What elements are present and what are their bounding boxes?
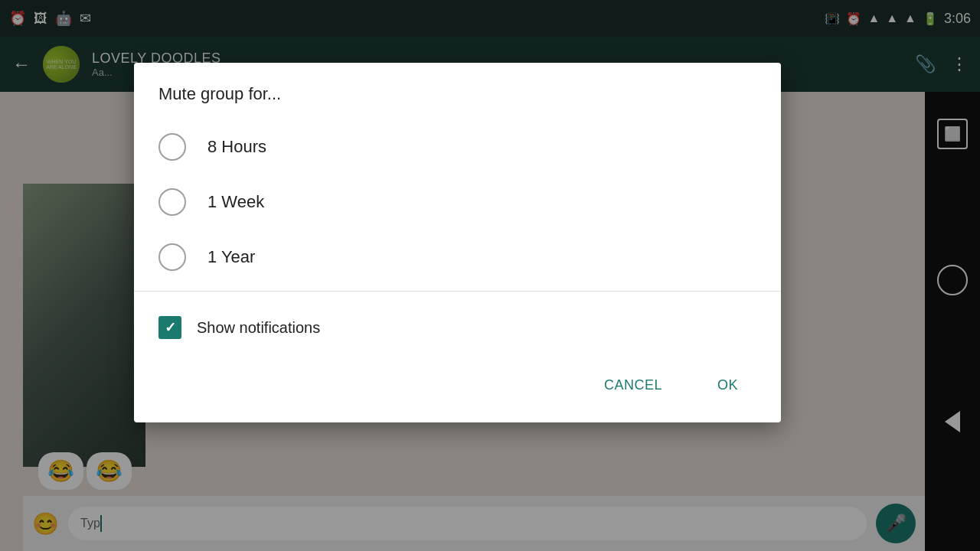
dialog-options: 8 Hours 1 Week 1 Year — [134, 119, 781, 285]
radio-1week[interactable] — [158, 188, 186, 216]
ok-button[interactable]: OK — [696, 367, 760, 404]
option-1year[interactable]: 1 Year — [158, 230, 756, 285]
notifications-checkbox[interactable]: ✓ — [158, 316, 181, 339]
show-notifications-row[interactable]: ✓ Show notifications — [134, 298, 781, 357]
checkbox-check-icon: ✓ — [165, 319, 176, 336]
radio-1year[interactable] — [158, 243, 186, 271]
mute-dialog: Mute group for... 8 Hours 1 Week 1 Year … — [134, 63, 781, 422]
dialog-actions: CANCEL OK — [134, 357, 781, 422]
notifications-label: Show notifications — [197, 319, 320, 337]
dialog-title: Mute group for... — [134, 63, 781, 119]
option-1week[interactable]: 1 Week — [158, 174, 756, 230]
cancel-button[interactable]: CANCEL — [583, 367, 684, 404]
label-1year: 1 Year — [207, 247, 255, 267]
label-1week: 1 Week — [207, 192, 264, 212]
option-8hours[interactable]: 8 Hours — [158, 119, 756, 174]
radio-8hours[interactable] — [158, 133, 186, 161]
dialog-divider — [134, 291, 781, 292]
label-8hours: 8 Hours — [207, 137, 266, 157]
